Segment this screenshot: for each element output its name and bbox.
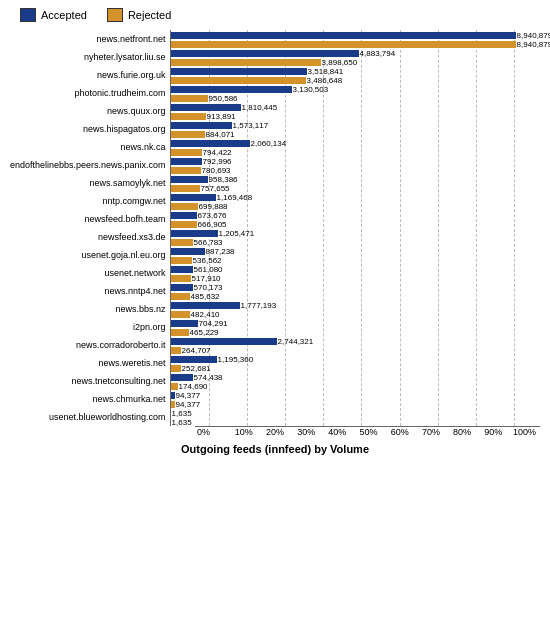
- accepted-bar-row: 1,810,445: [171, 103, 550, 112]
- accepted-label: Accepted: [41, 9, 87, 21]
- accepted-bar: [171, 320, 198, 327]
- label-cell: usenet.network: [10, 264, 170, 282]
- accepted-bar: [171, 140, 250, 147]
- rejected-bar: [171, 239, 193, 246]
- legend-accepted: Accepted: [20, 8, 87, 22]
- label-cell: i2pn.org: [10, 318, 170, 336]
- label-cell: nyheter.lysator.liu.se: [10, 48, 170, 66]
- accepted-bar: [171, 158, 202, 165]
- accepted-value: 1,635: [172, 409, 192, 418]
- accepted-bar-row: 1,777,193: [171, 301, 550, 310]
- row-label: endofthelinebbs.peers.news.panix.com: [10, 160, 166, 170]
- row-label: news.tnetconsulting.net: [72, 376, 166, 386]
- row-label: news.nk.ca: [121, 142, 166, 152]
- x-label: 90%: [478, 427, 509, 437]
- accepted-bar-row: 1,195,360: [171, 355, 550, 364]
- accepted-bar: [171, 302, 240, 309]
- accepted-bar: [171, 248, 205, 255]
- chart-title: Outgoing feeds (innfeed) by Volume: [10, 443, 540, 455]
- rejected-bar: [171, 113, 206, 120]
- row-label: news.samoylyk.net: [90, 178, 166, 188]
- accepted-value: 570,173: [194, 283, 223, 292]
- row-label: news.hispagatos.org: [83, 124, 166, 134]
- label-cell: usenet.blueworldhosting.com: [10, 408, 170, 426]
- label-cell: news.bbs.nz: [10, 300, 170, 318]
- rejected-bar: [171, 203, 198, 210]
- row-label: news.netfront.net: [97, 34, 166, 44]
- x-label: 70%: [415, 427, 446, 437]
- bar-group: 673,676666,905: [171, 210, 550, 228]
- bar-group: 8,940,8798,940,879: [171, 30, 550, 48]
- accepted-value: 704,291: [199, 319, 228, 328]
- label-cell: photonic.trudheim.com: [10, 84, 170, 102]
- label-cell: endofthelinebbs.peers.news.panix.com: [10, 156, 170, 174]
- bar-group: 1,777,193482,410: [171, 300, 550, 318]
- accepted-bar: [171, 356, 217, 363]
- accepted-bar: [171, 50, 359, 57]
- row-label: usenet.network: [105, 268, 166, 278]
- bar-group: 887,238536,562: [171, 246, 550, 264]
- x-label: 20%: [259, 427, 290, 437]
- rejected-bar: [171, 293, 190, 300]
- accepted-bar-row: 570,173: [171, 283, 550, 292]
- row-label: nntp.comgw.net: [103, 196, 166, 206]
- label-column: news.netfront.netnyheter.lysator.liu.sen…: [10, 30, 170, 426]
- bar-group: 1,205,471566,783: [171, 228, 550, 246]
- accepted-value: 2,744,321: [278, 337, 314, 346]
- rejected-bar: [171, 401, 175, 408]
- row-label: news.bbs.nz: [116, 304, 166, 314]
- x-label: 40%: [322, 427, 353, 437]
- bar-group: 4,883,7943,898,650: [171, 48, 550, 66]
- chart-container: Accepted Rejected news.netfront.netnyhet…: [0, 0, 550, 630]
- rejected-bar: [171, 311, 190, 318]
- rejected-color-box: [107, 8, 123, 22]
- rejected-bar: [171, 167, 201, 174]
- accepted-value: 958,386: [209, 175, 238, 184]
- rejected-bar: [171, 257, 192, 264]
- row-label: news.furie.org.uk: [97, 70, 166, 80]
- label-cell: nntp.comgw.net: [10, 192, 170, 210]
- accepted-value: 8,940,879: [517, 31, 550, 40]
- rejected-bar: [171, 221, 197, 228]
- row-label: photonic.trudheim.com: [75, 88, 166, 98]
- accepted-bar: [171, 374, 193, 381]
- rejected-value: 1,635: [172, 418, 192, 427]
- label-cell: news.corradoroberto.it: [10, 336, 170, 354]
- accepted-value: 1,169,468: [217, 193, 253, 202]
- label-cell: news.nntp4.net: [10, 282, 170, 300]
- bar-group: 1,169,468699,888: [171, 192, 550, 210]
- rejected-bar-row: 1,635: [171, 418, 550, 427]
- rejected-bar: [171, 275, 191, 282]
- accepted-value: 1,777,193: [241, 301, 277, 310]
- accepted-value: 574,438: [194, 373, 223, 382]
- accepted-value: 1,205,471: [219, 229, 255, 238]
- accepted-bar-row: 94,377: [171, 391, 550, 400]
- rows-container: news.netfront.netnyheter.lysator.liu.sen…: [10, 30, 540, 426]
- row-label: news.weretis.net: [99, 358, 166, 368]
- accepted-bar-row: 1,573,117: [171, 121, 550, 130]
- row-label: news.corradoroberto.it: [76, 340, 166, 350]
- accepted-bar-row: 792,996: [171, 157, 550, 166]
- label-cell: news.netfront.net: [10, 30, 170, 48]
- accepted-bar-row: 2,744,321: [171, 337, 550, 346]
- bar-group: 3,130,503950,586: [171, 84, 550, 102]
- accepted-bar-row: 3,518,841: [171, 67, 550, 76]
- accepted-value: 94,377: [176, 391, 200, 400]
- bars-column: 8,940,8798,940,8794,883,7943,898,6503,51…: [170, 30, 550, 426]
- label-cell: newsfeed.xs3.de: [10, 228, 170, 246]
- bar-group: 561,080517,910: [171, 264, 550, 282]
- bar-group: 958,386757,655: [171, 174, 550, 192]
- accepted-bar-row: 887,238: [171, 247, 550, 256]
- bar-group: 2,060,134794,422: [171, 138, 550, 156]
- accepted-value: 792,996: [203, 157, 232, 166]
- bar-group: 704,291465,229: [171, 318, 550, 336]
- accepted-value: 887,238: [206, 247, 235, 256]
- row-label: i2pn.org: [133, 322, 166, 332]
- accepted-value: 673,676: [198, 211, 227, 220]
- bar-group: 574,438174,690: [171, 372, 550, 390]
- accepted-bar: [171, 194, 216, 201]
- rejected-bar: [171, 59, 321, 66]
- accepted-value: 4,883,794: [360, 49, 396, 58]
- accepted-bar: [171, 122, 232, 129]
- bar-group: 1,195,360252,681: [171, 354, 550, 372]
